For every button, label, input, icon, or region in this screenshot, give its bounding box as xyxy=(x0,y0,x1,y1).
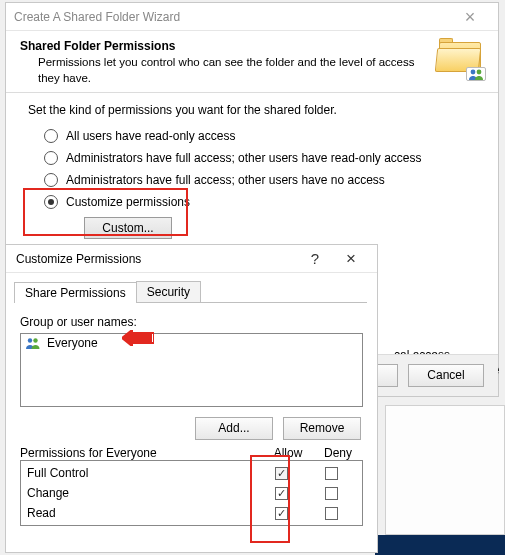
customize-permissions-dialog: Customize Permissions ? × Share Permissi… xyxy=(5,244,378,553)
perm-row-change: Change xyxy=(27,483,356,503)
permissions-header: Permissions for Everyone Allow Deny xyxy=(20,446,363,460)
wizard-body: Set the kind of permissions you want for… xyxy=(6,93,498,249)
shared-folder-icon xyxy=(436,39,484,79)
cust-title: Customize Permissions xyxy=(16,252,299,266)
list-item-label: Everyone xyxy=(47,336,98,350)
svg-point-1 xyxy=(477,70,482,75)
radio-label: All users have read-only access xyxy=(66,129,235,143)
wizard-title: Create A Shared Folder Wizard xyxy=(14,10,180,24)
svg-point-3 xyxy=(33,338,37,342)
cust-tabstrip: Share Permissions Security xyxy=(14,281,367,303)
cancel-button[interactable]: Cancel xyxy=(408,364,484,387)
group-user-listbox[interactable]: Everyone xyxy=(20,333,363,407)
radio-customize[interactable]: Customize permissions xyxy=(44,195,476,209)
radio-icon xyxy=(44,195,58,209)
wizard-header-text: Shared Folder Permissions Permissions le… xyxy=(20,39,426,86)
deny-full-control-checkbox[interactable] xyxy=(325,467,338,480)
background-panel xyxy=(385,405,505,535)
radio-icon xyxy=(44,151,58,165)
permissions-for-label: Permissions for Everyone xyxy=(20,446,263,460)
tab-share-permissions[interactable]: Share Permissions xyxy=(14,282,137,303)
perm-row-full-control: Full Control xyxy=(27,463,356,483)
wizard-intro: Set the kind of permissions you want for… xyxy=(28,103,476,117)
cust-button-row: Add... Remove xyxy=(20,417,361,440)
perm-name: Change xyxy=(27,486,256,500)
allow-read-checkbox[interactable] xyxy=(275,507,288,520)
tab-security[interactable]: Security xyxy=(136,281,201,302)
col-allow: Allow xyxy=(263,446,313,460)
custom-button[interactable]: Custom... xyxy=(84,217,172,239)
allow-change-checkbox[interactable] xyxy=(275,487,288,500)
cust-body: Group or user names: Everyone Add... Rem… xyxy=(6,303,377,534)
wizard-heading: Shared Folder Permissions xyxy=(20,39,426,53)
group-icon xyxy=(25,336,41,350)
permissions-table: Permissions for Everyone Allow Deny Full… xyxy=(20,446,363,526)
radio-label: Customize permissions xyxy=(66,195,190,209)
cust-titlebar: Customize Permissions ? × xyxy=(6,245,377,273)
svg-point-0 xyxy=(471,70,476,75)
deny-change-checkbox[interactable] xyxy=(325,487,338,500)
deny-read-checkbox[interactable] xyxy=(325,507,338,520)
allow-full-control-checkbox[interactable] xyxy=(275,467,288,480)
list-item-everyone[interactable]: Everyone xyxy=(21,334,362,352)
permissions-list: Full Control Change Read xyxy=(20,460,363,526)
wizard-titlebar: Create A Shared Folder Wizard × xyxy=(6,3,498,31)
wizard-subheading: Permissions let you control who can see … xyxy=(20,55,426,86)
perm-row-read: Read xyxy=(27,503,356,523)
cust-close-button[interactable]: × xyxy=(331,249,371,269)
col-deny: Deny xyxy=(313,446,363,460)
radio-admin-full-others-read[interactable]: Administrators have full access; other u… xyxy=(44,151,476,165)
radio-admin-full-others-none[interactable]: Administrators have full access; other u… xyxy=(44,173,476,187)
wizard-close-button[interactable]: × xyxy=(450,7,490,27)
radio-label: Administrators have full access; other u… xyxy=(66,173,385,187)
radio-readonly-all[interactable]: All users have read-only access xyxy=(44,129,476,143)
radio-label: Administrators have full access; other u… xyxy=(66,151,422,165)
background-strip xyxy=(375,535,505,555)
wizard-header: Shared Folder Permissions Permissions le… xyxy=(6,31,498,93)
cust-help-button[interactable]: ? xyxy=(299,250,331,267)
group-user-names-label: Group or user names: xyxy=(20,315,363,329)
perm-name: Full Control xyxy=(27,466,256,480)
radio-icon xyxy=(44,173,58,187)
radio-icon xyxy=(44,129,58,143)
add-button[interactable]: Add... xyxy=(195,417,273,440)
remove-button[interactable]: Remove xyxy=(283,417,361,440)
svg-point-2 xyxy=(28,338,32,342)
perm-name: Read xyxy=(27,506,256,520)
